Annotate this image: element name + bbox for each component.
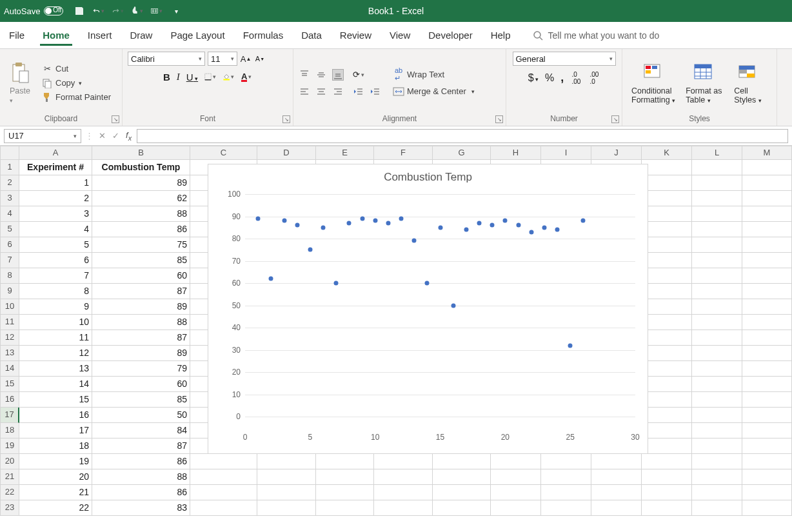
cell[interactable]	[692, 408, 742, 423]
cell[interactable]	[433, 500, 491, 516]
row-header[interactable]: 10	[0, 299, 19, 315]
copy-button[interactable]: Copy▾	[39, 77, 114, 90]
cell[interactable]: 89	[92, 346, 190, 361]
cell[interactable]	[642, 175, 692, 191]
cell[interactable]	[642, 299, 692, 315]
borders-icon[interactable]	[204, 71, 216, 83]
cell[interactable]	[692, 284, 742, 299]
cell[interactable]	[642, 330, 692, 346]
cell[interactable]	[541, 485, 591, 500]
row-header[interactable]: 18	[0, 423, 19, 438]
cell[interactable]	[642, 485, 692, 500]
cell[interactable]	[433, 469, 491, 485]
cell[interactable]	[692, 469, 742, 485]
cell[interactable]: 88	[92, 469, 190, 485]
cell[interactable]: 86	[92, 222, 190, 237]
cell[interactable]	[642, 438, 692, 454]
clipboard-dialog-launcher[interactable]: ↘	[112, 115, 119, 123]
font-dialog-launcher[interactable]: ↘	[282, 115, 290, 123]
data-point[interactable]	[542, 225, 546, 230]
cell[interactable]	[642, 206, 692, 222]
cell[interactable]: Experiment #	[19, 160, 92, 175]
data-point[interactable]	[490, 223, 495, 228]
cell[interactable]: 86	[92, 454, 190, 469]
cell[interactable]	[591, 469, 642, 485]
cell[interactable]: 18	[19, 438, 92, 454]
cell-styles-button[interactable]: CellStyles ▾	[729, 62, 767, 104]
save-icon[interactable]	[74, 5, 85, 17]
cell[interactable]	[692, 330, 742, 346]
cell[interactable]: 17	[19, 423, 92, 438]
cell[interactable]: 7	[19, 268, 92, 284]
row-header[interactable]: 8	[0, 268, 19, 284]
row-header[interactable]: 19	[0, 438, 19, 454]
cell[interactable]: 21	[19, 485, 92, 500]
row-header[interactable]: 23	[0, 500, 19, 516]
font-name-combo[interactable]: Calibri▾	[128, 52, 205, 66]
italic-button[interactable]: I	[177, 72, 180, 83]
cell[interactable]	[742, 253, 792, 268]
cell[interactable]	[742, 423, 792, 438]
cell[interactable]: 60	[92, 268, 190, 284]
data-point[interactable]	[347, 221, 351, 225]
cell[interactable]	[541, 469, 591, 485]
cell[interactable]: 16	[19, 408, 92, 423]
cell[interactable]	[692, 423, 742, 438]
cell[interactable]: 10	[19, 315, 92, 330]
cell[interactable]	[541, 454, 591, 469]
data-point[interactable]	[360, 216, 364, 221]
data-point[interactable]	[581, 219, 586, 223]
data-point[interactable]	[451, 303, 455, 308]
data-point[interactable]	[399, 216, 404, 221]
row-header[interactable]: 1	[0, 160, 19, 175]
row-header[interactable]: 21	[0, 469, 19, 485]
cell[interactable]	[642, 268, 692, 284]
cell[interactable]	[742, 392, 792, 408]
cell[interactable]	[190, 500, 257, 516]
font-size-combo[interactable]: 11▾	[208, 52, 237, 66]
cell[interactable]: 89	[92, 299, 190, 315]
cell[interactable]: 75	[92, 237, 190, 253]
format-painter-button[interactable]: Format Painter	[39, 91, 114, 104]
undo-icon[interactable]	[93, 5, 104, 17]
align-top-icon[interactable]	[299, 69, 310, 81]
qat-more-icon[interactable]: ▾	[170, 5, 182, 17]
data-point[interactable]	[412, 239, 417, 243]
redo-icon[interactable]	[112, 5, 124, 17]
cell[interactable]	[316, 485, 374, 500]
number-dialog-launcher[interactable]: ↘	[611, 115, 619, 123]
cell[interactable]	[742, 361, 792, 377]
cell[interactable]	[742, 299, 792, 315]
data-point[interactable]	[503, 219, 508, 223]
cell[interactable]	[742, 175, 792, 191]
cell[interactable]: 5	[19, 237, 92, 253]
tab-insert[interactable]: Insert	[85, 25, 115, 46]
cell[interactable]: 19	[19, 454, 92, 469]
data-point[interactable]	[555, 228, 560, 232]
row-header[interactable]: 17	[0, 408, 19, 423]
cell[interactable]	[692, 268, 742, 284]
cell[interactable]	[692, 485, 742, 500]
format-as-table-button[interactable]: Format asTable ▾	[682, 62, 726, 104]
cell[interactable]	[742, 206, 792, 222]
cell[interactable]	[491, 500, 541, 516]
cell[interactable]: Combustion Temp	[92, 160, 190, 175]
cell[interactable]: 12	[19, 346, 92, 361]
row-header[interactable]: 15	[0, 377, 19, 392]
cell[interactable]	[257, 454, 316, 469]
align-center-icon[interactable]	[315, 86, 327, 97]
cell[interactable]	[642, 253, 692, 268]
cell[interactable]	[742, 315, 792, 330]
cell[interactable]: 60	[92, 377, 190, 392]
tab-home[interactable]: Home	[40, 25, 72, 46]
cell[interactable]	[316, 469, 374, 485]
tab-help[interactable]: Help	[488, 25, 513, 46]
cell[interactable]: 83	[92, 500, 190, 516]
cell[interactable]	[642, 377, 692, 392]
font-color-icon[interactable]: A	[241, 71, 252, 83]
column-header-L[interactable]: L	[692, 146, 742, 160]
cell[interactable]	[742, 191, 792, 206]
cell[interactable]: 85	[92, 253, 190, 268]
cell[interactable]	[491, 454, 541, 469]
column-header-F[interactable]: F	[374, 146, 433, 160]
